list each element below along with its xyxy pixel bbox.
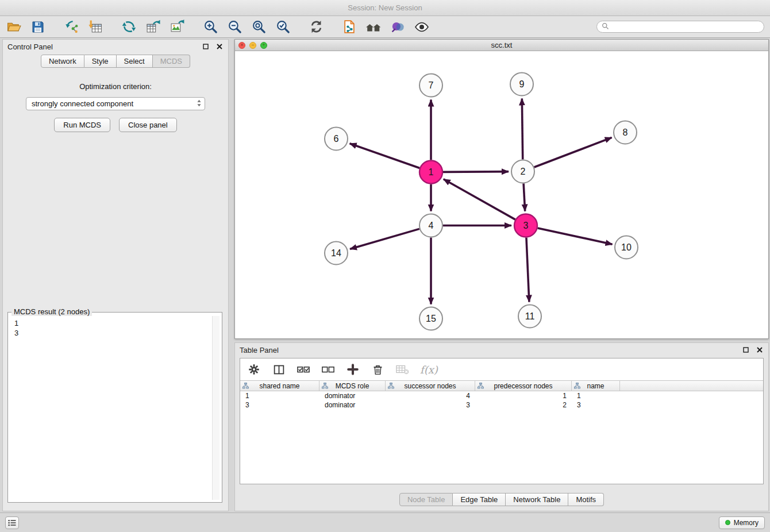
node-1[interactable]: 1 bbox=[419, 161, 442, 184]
refresh-icon[interactable] bbox=[308, 19, 324, 35]
export-image-icon[interactable] bbox=[169, 19, 185, 35]
svg-text:3: 3 bbox=[523, 221, 529, 230]
table-cell: dominator bbox=[319, 401, 386, 409]
network-window: ×−+ scc.txt 7968124314101511 bbox=[234, 39, 769, 339]
network-share-icon[interactable] bbox=[121, 19, 137, 35]
column-header-name[interactable]: name bbox=[572, 381, 620, 391]
svg-text:9: 9 bbox=[519, 79, 525, 89]
column-tree-icon bbox=[478, 383, 484, 389]
paste-network-icon[interactable] bbox=[341, 19, 357, 35]
memory-button-label: Memory bbox=[734, 519, 759, 527]
control-panel-tabs: NetworkStyleSelectMCDS bbox=[3, 55, 228, 68]
zoom-out-icon[interactable] bbox=[226, 19, 242, 35]
node-6[interactable]: 6 bbox=[325, 128, 348, 151]
node-15[interactable]: 15 bbox=[419, 307, 442, 330]
node-10[interactable]: 10 bbox=[615, 236, 638, 259]
close-window-icon[interactable]: × bbox=[238, 42, 245, 49]
node-7[interactable]: 7 bbox=[419, 74, 442, 97]
zoom-window-icon[interactable]: + bbox=[260, 42, 267, 49]
import-network-icon[interactable] bbox=[63, 19, 79, 35]
table-row[interactable]: 1dominator411 bbox=[240, 391, 763, 400]
minimize-window-icon[interactable]: − bbox=[249, 42, 256, 49]
select-all-icon[interactable] bbox=[297, 362, 310, 377]
node-14[interactable]: 14 bbox=[325, 242, 348, 265]
zoom-fit-icon[interactable] bbox=[251, 19, 267, 35]
delete-table-icon bbox=[395, 362, 409, 377]
deselect-all-icon[interactable] bbox=[321, 362, 335, 377]
table-cell: 3 bbox=[240, 401, 319, 409]
node-4[interactable]: 4 bbox=[419, 214, 442, 237]
mcds-result-list: 13 bbox=[10, 316, 220, 500]
node-3[interactable]: 3 bbox=[514, 214, 537, 237]
table-cell: 3 bbox=[386, 401, 475, 409]
edge-3-1[interactable] bbox=[444, 179, 515, 219]
node-11[interactable]: 11 bbox=[518, 305, 541, 328]
close-panel-button[interactable]: Close panel bbox=[119, 118, 177, 132]
close-panel-icon[interactable] bbox=[215, 43, 224, 51]
tab-node-table[interactable]: Node Table bbox=[399, 493, 453, 506]
function-builder-icon: f(x) bbox=[420, 362, 438, 377]
import-table-icon[interactable] bbox=[87, 19, 103, 35]
table-panel-tabs: Node TableEdge TableNetwork TableMotifs bbox=[235, 493, 768, 506]
criterion-selected-value: strongly connected component bbox=[32, 99, 133, 108]
column-header-shared-name[interactable]: shared name bbox=[240, 381, 319, 391]
zoom-selected-icon[interactable] bbox=[275, 19, 291, 35]
show-columns-icon[interactable] bbox=[272, 362, 286, 377]
edge-4-14[interactable] bbox=[350, 229, 419, 249]
column-header-mcds-role[interactable]: MCDS role bbox=[319, 381, 386, 391]
edge-3-11[interactable] bbox=[526, 237, 529, 302]
export-table-icon[interactable] bbox=[145, 19, 161, 35]
float-panel-icon[interactable] bbox=[202, 43, 210, 51]
tab-select[interactable]: Select bbox=[117, 55, 153, 68]
close-table-panel-icon[interactable] bbox=[756, 346, 764, 354]
table-settings-icon[interactable] bbox=[247, 362, 261, 377]
network-window-titlebar[interactable]: ×−+ scc.txt bbox=[235, 40, 768, 51]
app-window: Session: New Session Control Panel bbox=[0, 0, 770, 532]
edge-3-10[interactable] bbox=[538, 228, 613, 244]
edge-2-8[interactable] bbox=[534, 137, 612, 167]
window-title: Session: New Session bbox=[348, 3, 422, 12]
node-8[interactable]: 8 bbox=[614, 121, 637, 144]
tab-style[interactable]: Style bbox=[84, 55, 117, 68]
criterion-dropdown[interactable]: strongly connected component bbox=[26, 97, 205, 110]
search-input[interactable] bbox=[613, 23, 759, 31]
home-icon[interactable] bbox=[365, 19, 382, 35]
table-row[interactable]: 3dominator323 bbox=[240, 400, 763, 410]
tab-edge-table[interactable]: Edge Table bbox=[453, 493, 506, 506]
mcds-panel: Optimization criterion: strongly connect… bbox=[3, 68, 228, 511]
result-scrollbar[interactable] bbox=[212, 316, 220, 500]
node-9[interactable]: 9 bbox=[510, 73, 533, 96]
tab-mcds[interactable]: MCDS bbox=[153, 55, 190, 68]
optimization-criterion-label: Optimization criterion: bbox=[3, 82, 228, 91]
venn-icon[interactable] bbox=[390, 19, 406, 35]
edge-2-9[interactable] bbox=[522, 98, 522, 159]
column-header-successor-nodes[interactable]: successor nodes bbox=[386, 381, 475, 391]
save-icon[interactable] bbox=[30, 19, 46, 35]
memory-button[interactable]: Memory bbox=[719, 516, 765, 529]
run-mcds-button[interactable]: Run MCDS bbox=[54, 118, 110, 132]
node-2[interactable]: 2 bbox=[511, 160, 534, 183]
eye-icon[interactable] bbox=[414, 19, 430, 35]
tab-motifs[interactable]: Motifs bbox=[568, 493, 604, 506]
panel-list-icon[interactable] bbox=[5, 516, 19, 529]
edge-1-2[interactable] bbox=[443, 172, 509, 172]
edge-2-3[interactable] bbox=[523, 183, 525, 211]
edge-1-6[interactable] bbox=[350, 144, 420, 168]
column-header-label: successor nodes bbox=[404, 382, 456, 390]
table-panel-header: Table Panel bbox=[235, 343, 768, 357]
tab-network[interactable]: Network bbox=[41, 55, 84, 68]
zoom-in-icon[interactable] bbox=[202, 19, 218, 35]
result-line: 3 bbox=[14, 328, 215, 338]
control-panel-title: Control Panel bbox=[7, 43, 53, 51]
open-file-icon[interactable] bbox=[6, 19, 22, 35]
network-canvas[interactable]: 7968124314101511 bbox=[235, 52, 768, 338]
search-box[interactable] bbox=[596, 21, 764, 33]
add-row-icon[interactable] bbox=[346, 362, 360, 377]
float-table-panel-icon[interactable] bbox=[742, 346, 750, 354]
search-icon bbox=[602, 22, 609, 32]
table-toolbar: f(x) bbox=[240, 358, 763, 380]
delete-row-icon[interactable] bbox=[371, 362, 384, 377]
table-body: 1dominator4113dominator323 bbox=[240, 391, 763, 410]
tab-network-table[interactable]: Network Table bbox=[506, 493, 568, 506]
column-header-predecessor-nodes[interactable]: predecessor nodes bbox=[475, 381, 572, 391]
